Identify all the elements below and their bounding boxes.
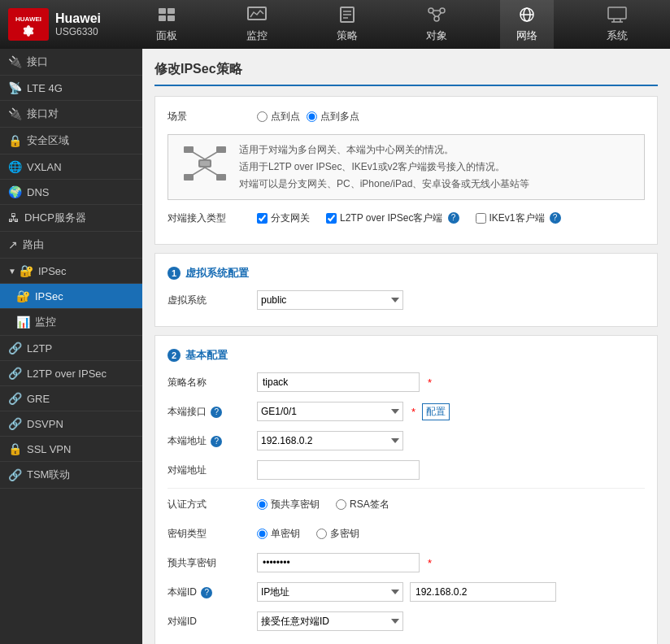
sidebar-item-security-zone[interactable]: 🔒 安全区域 — [0, 128, 142, 154]
ipsec-group-icon: 🔐 — [20, 264, 33, 277]
l2tp-help-icon[interactable]: ? — [448, 212, 459, 224]
vsys-row: 虚拟系统 public — [168, 289, 645, 311]
svg-text:HUAWEI: HUAWEI — [15, 15, 41, 23]
peer-type-branch-checkbox[interactable] — [257, 213, 268, 224]
svg-point-16 — [434, 16, 439, 21]
interface-pair-icon: 🔌 — [8, 107, 22, 120]
auth-preshared-radio[interactable] — [257, 499, 268, 510]
sidebar-item-interface[interactable]: 🔌 接口 — [0, 49, 142, 76]
peer-type-l2tp-option[interactable]: L2TP over IPSec客户端 ? — [326, 211, 459, 225]
dsvpn-icon: 🔗 — [8, 417, 22, 430]
sidebar-item-ssl-vpn-label: SSL VPN — [27, 443, 71, 455]
object-icon — [427, 7, 446, 27]
sidebar-item-dhcp[interactable]: 🖧 DHCP服务器 — [0, 205, 142, 232]
lte-icon: 📡 — [8, 81, 22, 94]
local-addr-help-icon[interactable]: ? — [211, 436, 222, 447]
sidebar-item-routing-label: 路由 — [23, 237, 44, 252]
brand-model: USG6330 — [55, 26, 101, 37]
key-single-option[interactable]: 单密钥 — [257, 527, 300, 541]
scene-point-to-point-radio[interactable] — [257, 111, 268, 122]
local-addr-select[interactable]: 192.168.0.2 — [257, 431, 403, 450]
sidebar-item-dsvpn[interactable]: 🔗 DSVPN — [0, 411, 142, 437]
scene-point-to-multi-option[interactable]: 点到多点 — [307, 110, 359, 124]
scene-point-to-point-option[interactable]: 点到点 — [257, 110, 300, 124]
policy-name-row: 策略名称 * — [168, 371, 645, 394]
local-interface-control: GE1/0/1 * 配置 — [257, 402, 645, 421]
local-id-label: 本端ID ? — [168, 585, 257, 599]
auth-rsa-radio[interactable] — [336, 499, 346, 510]
local-id-value-input[interactable] — [410, 582, 556, 602]
scene-bullet-2: 适用于L2TP over IPSec、IKEv1或v2客户端拨号接入的情况。 — [239, 160, 529, 174]
local-interface-select[interactable]: GE1/0/1 — [257, 402, 403, 421]
auth-method-control: 预共享密钥 RSA签名 — [257, 498, 645, 511]
policy-icon — [337, 7, 357, 27]
key-single-radio[interactable] — [257, 529, 268, 539]
dhcp-icon: 🖧 — [8, 211, 20, 224]
svg-line-18 — [432, 12, 436, 17]
key-multi-option[interactable]: 多密钥 — [316, 527, 359, 541]
network-icon — [517, 7, 537, 27]
config-link[interactable]: 配置 — [422, 403, 450, 420]
nav-network-label: 网络 — [516, 28, 537, 43]
ipsec-icon: 🔐 — [16, 289, 30, 302]
sidebar-item-l2tp-ipsec[interactable]: 🔗 L2TP over IPSec — [0, 361, 142, 386]
scene-bullet-1: 适用于对端为多台网关、本端为中心网关的情况。 — [239, 143, 529, 157]
sidebar-item-dns[interactable]: 🌍 DNS — [0, 180, 142, 205]
key-single-label: 单密钥 — [271, 527, 300, 541]
svg-rect-34 — [216, 146, 226, 153]
key-multi-radio[interactable] — [316, 529, 327, 539]
local-interface-help-icon[interactable]: ? — [211, 407, 222, 418]
auth-rsa-option[interactable]: RSA签名 — [336, 498, 389, 511]
peer-type-ikev1-option[interactable]: IKEv1客户端 ? — [476, 211, 561, 225]
vsys-select[interactable]: public — [257, 290, 403, 310]
sidebar-item-routing[interactable]: ↗ 路由 — [0, 232, 142, 259]
scene-point-to-multi-radio[interactable] — [307, 111, 317, 122]
local-interface-row: 本端接口 ? GE1/0/1 * 配置 — [168, 400, 645, 423]
nav-system[interactable]: 系统 — [590, 0, 644, 50]
nav-monitor[interactable]: 监控 — [230, 0, 284, 50]
local-id-type-select[interactable]: IP地址 — [257, 582, 403, 602]
sidebar-item-monitor-label: 监控 — [35, 315, 56, 329]
auth-preshared-option[interactable]: 预共享密钥 — [257, 498, 320, 511]
peer-type-branch-option[interactable]: 分支网关 — [257, 211, 310, 225]
nav-object[interactable]: 对象 — [410, 0, 463, 50]
peer-type-l2tp-checkbox[interactable] — [326, 213, 337, 224]
sidebar-item-tsm[interactable]: 🔗 TSM联动 — [0, 462, 142, 489]
ikev1-help-icon[interactable]: ? — [550, 212, 561, 224]
sidebar-item-gre[interactable]: 🔗 GRE — [0, 386, 142, 411]
nav-dashboard[interactable]: 面板 — [140, 0, 194, 50]
key-type-control: 单密钥 多密钥 — [257, 527, 645, 541]
sidebar-item-ipsec[interactable]: 🔐 IPSec — [0, 284, 142, 309]
local-interface-required: * — [411, 406, 415, 418]
peer-type-ikev1-checkbox[interactable] — [476, 213, 486, 224]
sidebar-item-interface-pair[interactable]: 🔌 接口对 — [0, 101, 142, 128]
vsys-label: 虚拟系统 — [168, 294, 257, 307]
sidebar-item-l2tp[interactable]: 🔗 L2TP — [0, 336, 142, 361]
sidebar-item-ipsec-group[interactable]: ▼ 🔐 IPSec — [0, 259, 142, 284]
scene-label: 场景 — [168, 110, 257, 124]
preshared-key-row: 预共享密钥 * — [168, 551, 645, 574]
sidebar-item-vxlan[interactable]: 🌐 VXLAN — [0, 154, 142, 180]
nav-network[interactable]: 网络 — [500, 0, 554, 50]
main-layout: 🔌 接口 📡 LTE 4G 🔌 接口对 🔒 安全区域 🌐 VXLAN 🌍 DNS… — [0, 49, 670, 644]
nav-monitor-label: 监控 — [246, 28, 268, 43]
sidebar-item-monitor[interactable]: 📊 监控 — [0, 309, 142, 336]
scene-row: 场景 点到点 点到多点 — [168, 105, 645, 128]
peer-type-label: 对端接入类型 — [168, 211, 257, 225]
policy-name-input[interactable] — [257, 372, 420, 392]
sidebar-item-lte4g[interactable]: 📡 LTE 4G — [0, 76, 142, 101]
section2-label: 基本配置 — [185, 348, 228, 363]
sidebar-item-ssl-vpn[interactable]: 🔒 SSL VPN — [0, 437, 142, 462]
local-id-help-icon[interactable]: ? — [201, 587, 212, 598]
scene-point-to-point-label: 点到点 — [271, 110, 300, 124]
main-content: 修改IPSec策略 场景 点到点 点到多点 — [142, 49, 670, 644]
nav-policy[interactable]: 策略 — [320, 0, 374, 50]
peer-addr-input[interactable] — [257, 460, 420, 480]
sidebar-item-interface-label: 接口 — [27, 54, 48, 69]
preshared-key-input[interactable] — [257, 553, 420, 572]
svg-rect-23 — [608, 7, 626, 19]
sidebar-item-dsvpn-label: DSVPN — [27, 418, 63, 430]
section1-label: 虚拟系统配置 — [185, 266, 249, 281]
peer-id-select[interactable]: 接受任意对端ID — [257, 611, 403, 631]
auth-method-label: 认证方式 — [168, 498, 257, 511]
